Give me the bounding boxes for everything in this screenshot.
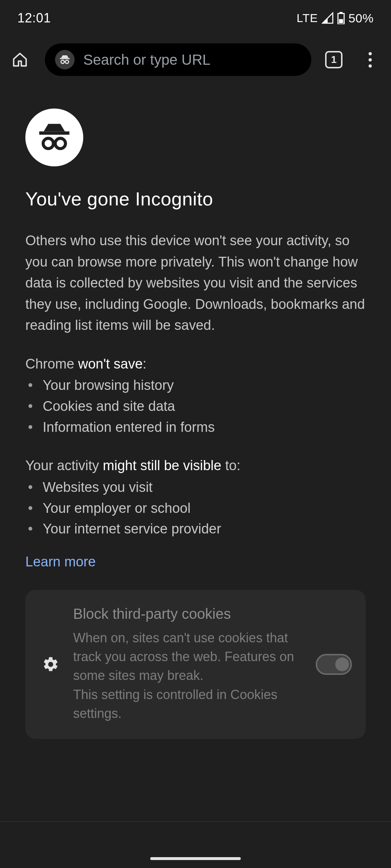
svg-point-8 xyxy=(55,139,66,149)
battery-percent: 50% xyxy=(348,11,374,25)
list-item: •Cookies and site data xyxy=(25,396,366,417)
list-item-text: Cookies and site data xyxy=(43,396,175,417)
list-item: •Your employer or school xyxy=(25,498,366,519)
dot-icon xyxy=(369,64,372,68)
page-title: You've gone Incognito xyxy=(25,188,366,210)
wont-save-list: •Your browsing history •Cookies and site… xyxy=(25,375,366,438)
battery-icon xyxy=(337,12,345,24)
cookie-desc-line: This setting is controlled in Cookies se… xyxy=(73,687,277,721)
list-item: •Your browsing history xyxy=(25,375,366,396)
might-visible-emphasis: might still be visible xyxy=(103,458,221,473)
might-visible-suffix: to: xyxy=(221,458,240,473)
browser-toolbar: Search or type URL 1 xyxy=(0,36,391,83)
wont-save-emphasis: won't save xyxy=(78,356,143,371)
dot-icon xyxy=(369,58,372,61)
nav-pill[interactable] xyxy=(150,857,241,860)
svg-rect-3 xyxy=(60,58,70,59)
might-visible-list: •Websites you visit •Your employer or sc… xyxy=(25,477,366,540)
learn-more-link[interactable]: Learn more xyxy=(25,554,96,570)
list-item-text: Information entered in forms xyxy=(43,417,215,438)
dot-icon xyxy=(369,52,372,55)
tabs-button[interactable]: 1 xyxy=(324,50,344,70)
status-bar: 12:01 LTE 50% xyxy=(0,0,391,36)
cookie-card: Block third-party cookies When on, sites… xyxy=(25,590,366,739)
svg-point-7 xyxy=(43,139,53,149)
list-item: •Information entered in forms xyxy=(25,417,366,438)
cookie-card-title: Block third-party cookies xyxy=(73,606,305,622)
divider xyxy=(0,821,391,822)
might-visible-lead: Your activity might still be visible to: xyxy=(25,455,366,476)
svg-point-4 xyxy=(61,60,64,64)
status-right: LTE 50% xyxy=(297,11,374,25)
omnibox-placeholder: Search or type URL xyxy=(83,52,210,68)
incognito-hero-icon xyxy=(25,109,83,166)
home-icon xyxy=(12,51,28,68)
gear-icon xyxy=(39,656,62,673)
page-content: You've gone Incognito Others who use thi… xyxy=(0,83,391,739)
tab-count: 1 xyxy=(331,54,337,65)
list-item-text: Websites you visit xyxy=(43,477,152,498)
incognito-chip-icon xyxy=(55,50,75,69)
signal-icon xyxy=(321,12,334,24)
wont-save-suffix: : xyxy=(143,356,147,371)
cookie-card-desc: When on, sites can't use cookies that tr… xyxy=(73,629,305,723)
svg-rect-6 xyxy=(39,131,69,135)
might-visible-prefix: Your activity xyxy=(25,458,103,473)
svg-point-5 xyxy=(66,60,69,64)
intro-paragraph: Others who use this device won't see you… xyxy=(25,230,366,336)
home-button[interactable] xyxy=(7,47,33,72)
list-item: •Your internet service provider xyxy=(25,519,366,540)
cookie-toggle[interactable] xyxy=(316,654,352,675)
list-item: •Websites you visit xyxy=(25,477,366,498)
omnibox[interactable]: Search or type URL xyxy=(45,43,311,76)
menu-button[interactable] xyxy=(360,50,380,70)
list-item-text: Your internet service provider xyxy=(43,519,221,540)
status-time: 12:01 xyxy=(17,10,51,26)
svg-rect-2 xyxy=(339,19,343,23)
wont-save-prefix: Chrome xyxy=(25,356,78,371)
list-item-text: Your employer or school xyxy=(43,498,190,519)
list-item-text: Your browsing history xyxy=(43,375,174,396)
cookie-desc-line: When on, sites can't use cookies that tr… xyxy=(73,630,294,683)
network-label: LTE xyxy=(297,12,318,25)
wont-save-lead: Chrome won't save: xyxy=(25,353,366,375)
